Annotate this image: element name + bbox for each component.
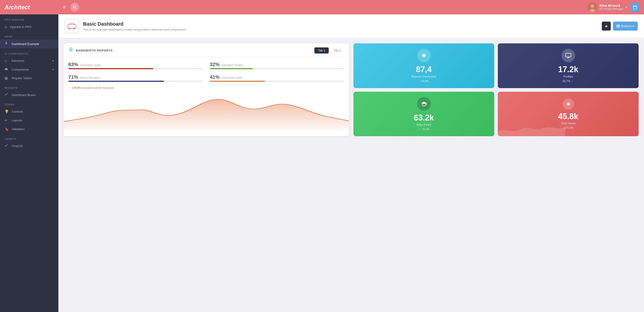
stat-box-change: → 72.1% (418, 128, 429, 131)
graduation-icon-bg (417, 97, 431, 111)
page-header-icon (65, 19, 79, 33)
stat-box-label: Reports Generated (411, 75, 436, 78)
sidebar-item-label: ChartJS (12, 144, 23, 148)
stat-pct: 71% (68, 74, 78, 80)
sidebar-item-label: Dashboard Boxes (12, 93, 36, 97)
progress-bar-fill (68, 68, 153, 69)
sidebar-item-layouts[interactable]: ✏ Layouts (0, 116, 58, 125)
topnav-right: Alina Mclourd VP People Manager ▾ (588, 3, 640, 12)
sidebar: PRO VERSION ◇ Upgrade to PRO MENU Dashbo… (0, 14, 58, 312)
sidebar-item-dashboard-boxes[interactable]: Dashboard Boxes (0, 91, 58, 99)
svg-rect-18 (616, 26, 618, 28)
chevron-down-icon: ▾ (52, 68, 54, 71)
progress-bar-bg (68, 68, 203, 69)
sidebar-item-dashboard-example[interactable]: Dashboard Example (0, 39, 58, 48)
progress-bar-fill (210, 81, 265, 82)
calendar-button[interactable] (630, 3, 640, 12)
page-subtitle: This is an example dashboard created usi… (83, 28, 186, 31)
sidebar-section-pro: PRO VERSION (0, 14, 58, 23)
stat-server-allocation: 71% Server Allocation (68, 74, 203, 85)
page-header-text: Basic Dashboard This is an example dashb… (83, 21, 186, 31)
progress-bar-fill (68, 81, 164, 82)
sidebar-item-upgrade[interactable]: ◇ Upgrade to PRO (0, 23, 58, 31)
user-info[interactable]: Alina Mclourd VP People Manager ▾ (588, 3, 627, 12)
stat-pct: 32% (210, 62, 220, 68)
stat-box-value: 87,4 (416, 65, 432, 74)
svg-rect-16 (616, 25, 618, 26)
page-title: Basic Dashboard (83, 21, 186, 27)
diamond-icon: ◇ (4, 59, 9, 63)
username: Alina Mclourd (599, 4, 623, 8)
stat-label: Server Allocation (80, 76, 100, 79)
hamburger-menu[interactable]: ≡ (63, 4, 66, 10)
table-icon: ▦ (4, 76, 9, 80)
bandwidth-title: BANDWIDTH REPORTS (76, 49, 113, 52)
svg-point-9 (6, 43, 7, 44)
rocket-icon (68, 47, 74, 54)
sidebar-item-label: Upgrade to PRO (10, 25, 32, 29)
chart-area (64, 90, 349, 130)
diamond-icon: ◇ (4, 25, 7, 29)
sidebar-item-label: Regular Tables (12, 76, 32, 80)
sidebar-item-label: Elements (12, 59, 24, 63)
progress-bar-bg (210, 81, 344, 82)
tab-1-button[interactable]: Tab 1 (314, 48, 329, 54)
sidebar-item-chartjs[interactable]: ChartJS (0, 142, 58, 150)
sidebar-item-label: Components (12, 68, 29, 71)
stat-box-change: ↑ 54.9% (419, 80, 429, 83)
sidebar-item-controls[interactable]: 💡 Controls (0, 107, 58, 116)
sidebar-item-label: Controls (12, 110, 23, 113)
bulb-icon: 💡 (4, 110, 9, 114)
tab-2-button[interactable]: Tab 2 (330, 48, 344, 54)
star-button[interactable]: ★ (602, 22, 611, 31)
stat-box-label: Profiles (564, 75, 573, 78)
brand-logo: Architect (4, 4, 63, 11)
sidebar-section-ui: UI COMPONENTS (0, 48, 58, 57)
avatar (588, 3, 597, 12)
wave-chart (498, 123, 565, 136)
stat-box-change: 62,7% ← (563, 80, 574, 83)
stat-box-label: Bugs Fixed (416, 123, 431, 126)
chevron-down-icon: ▾ (52, 59, 54, 62)
main-content: Basic Dashboard This is an example dashb… (58, 14, 644, 312)
svg-rect-5 (633, 6, 637, 9)
page-header-actions: ★ Buttons ▾ (602, 22, 638, 31)
stat-box-change: ↑175.5% (563, 126, 574, 129)
svg-rect-17 (618, 25, 620, 26)
sidebar-item-label: Dashboard Example (12, 42, 39, 46)
gear-icon-bg-red (563, 99, 574, 110)
bandwidth-title-row: BANDWIDTH REPORTS (68, 47, 113, 54)
stat-generated-leads: 63% Generated Leads (68, 62, 203, 72)
sidebar-item-elements[interactable]: ◇ Elements ▾ (0, 57, 58, 65)
bandwidth-notice: ← 175.5% increased server resources (64, 85, 349, 90)
svg-point-11 (5, 70, 6, 71)
svg-point-12 (7, 70, 8, 71)
chart-bar-icon (4, 144, 9, 148)
svg-line-1 (75, 8, 76, 9)
stat-box-profiles: 17.2k Profiles 62,7% ← (498, 43, 638, 88)
bookmark-icon: 🔖 (4, 127, 9, 131)
stat-boxes: 87,4 Reports Generated ↑ 54.9% 17.2k Pr (354, 43, 638, 136)
sidebar-item-components[interactable]: Components ▾ (0, 65, 58, 74)
bandwidth-header: BANDWIDTH REPORTS Tab 1 Tab 2 (64, 43, 349, 58)
sidebar-item-validation[interactable]: 🔖 Validation (0, 125, 58, 134)
stat-label: Generated Leads (222, 76, 242, 79)
chart-icon (4, 93, 9, 97)
bandwidth-chart (64, 92, 349, 130)
sidebar-section-charts: CHARTS (0, 134, 58, 142)
rocket-icon (4, 42, 9, 46)
main-layout: PRO VERSION ◇ Upgrade to PRO MENU Dashbo… (0, 14, 644, 312)
tabs-row: Tab 1 Tab 2 (314, 48, 344, 54)
sidebar-item-label: Layouts (12, 119, 22, 122)
pencil-icon: ✏ (4, 118, 9, 123)
sidebar-item-regular-tables[interactable]: ▦ Regular Tables (0, 74, 58, 83)
sidebar-item-label: Validation (12, 127, 25, 131)
sidebar-section-forms: FORMS (0, 99, 58, 107)
stat-submitted-tickers: 32% Submitted Tickers (210, 62, 344, 72)
search-button[interactable] (70, 3, 79, 12)
buttons-dropdown[interactable]: Buttons ▾ (613, 22, 638, 31)
stat-box-value: 45.8k (558, 112, 578, 121)
user-dropdown-chevron[interactable]: ▾ (626, 6, 627, 9)
svg-rect-22 (566, 53, 571, 57)
progress-bar-fill (210, 68, 253, 69)
